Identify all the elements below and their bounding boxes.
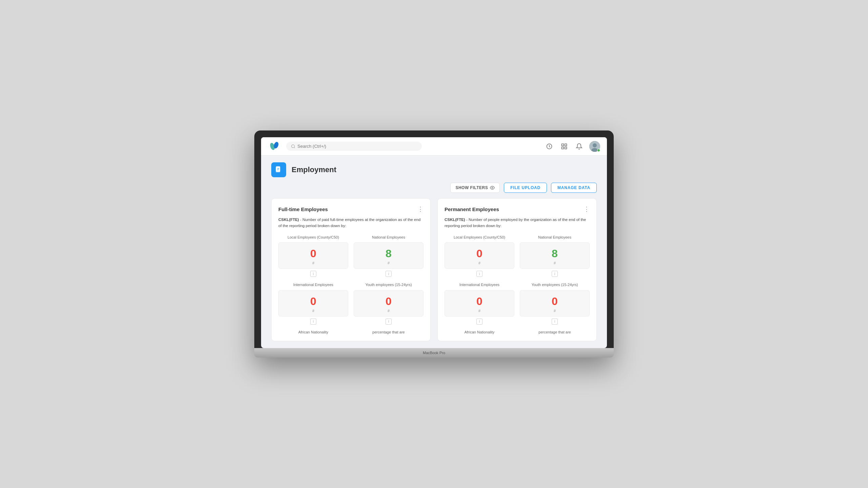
p-metric-box-national: 8 # xyxy=(520,242,590,269)
card-desc-text: - Number of paid full-time employees at … xyxy=(278,218,420,227)
info-icon: i xyxy=(310,319,316,325)
metric-value-national: 8 xyxy=(386,248,392,259)
p-metric-info-intl[interactable]: i xyxy=(476,319,482,325)
metric-value-international: 0 xyxy=(310,296,316,307)
card-header-2: Permanent Employees ⋮ xyxy=(445,205,590,213)
card-desc-text-2: - Number of people employed by the organ… xyxy=(445,218,586,227)
metric-group-youth: Youth employees (15-24yrs) 0 # i xyxy=(354,282,423,324)
manage-data-button[interactable]: MANAGE DATA xyxy=(551,183,597,193)
p-metric-unit-youth: # xyxy=(554,309,556,313)
metric-unit-international: # xyxy=(312,309,314,313)
page-header: Employment xyxy=(271,162,597,177)
card-title-2: Permanent Employees xyxy=(445,206,499,212)
p-metric-group-youth: Youth employees (15-24yrs) 0 # i xyxy=(520,282,590,324)
svg-line-3 xyxy=(294,147,295,148)
metrics-grid: Local Employees (County/C50) 0 # i Nat xyxy=(278,235,423,325)
card-menu-icon[interactable]: ⋮ xyxy=(417,205,423,213)
metric-unit-youth: # xyxy=(388,309,390,313)
laptop-base-label: MacBook Pro xyxy=(423,351,445,355)
partial-label-0: African Nationality xyxy=(278,330,348,334)
info-icon: i xyxy=(552,271,558,277)
metric-value-local: 0 xyxy=(310,248,316,259)
p-metric-label-international: International Employees xyxy=(459,282,499,287)
card-description-2: CSKL(FTE) - Number of people employed by… xyxy=(445,217,590,229)
p-metric-value-local: 0 xyxy=(476,248,482,259)
p-metric-unit-international: # xyxy=(478,309,480,313)
permanent-employees-card: Permanent Employees ⋮ CSKL(FTE) - Number… xyxy=(437,198,597,341)
p-metric-value-national: 8 xyxy=(552,248,558,259)
svg-point-10 xyxy=(593,143,597,147)
p-metric-value-international: 0 xyxy=(476,296,482,307)
info-icon: i xyxy=(476,319,482,325)
show-filters-label: SHOW FILTERS xyxy=(455,185,488,190)
cards-grid: Full-time Employees ⋮ CSKL(FTE) - Number… xyxy=(271,198,597,341)
card-title: Full-time Employees xyxy=(278,206,328,212)
metric-info-icon-intl[interactable]: i xyxy=(310,319,316,325)
metric-box-national: 8 # xyxy=(354,242,423,269)
toolbar: SHOW FILTERS FILE UPLOAD MANAGE DATA xyxy=(271,183,597,193)
filter-icon xyxy=(490,185,495,190)
p-metric-box-local: 0 # xyxy=(445,242,514,269)
app-logo xyxy=(268,140,281,153)
navbar xyxy=(261,137,607,156)
bell-icon[interactable] xyxy=(574,142,584,151)
svg-rect-8 xyxy=(565,147,567,149)
card-desc-prefix-2: CSKL(FTE) xyxy=(445,218,465,222)
card-desc-prefix: CSKL(FTE) xyxy=(278,218,299,222)
svg-rect-6 xyxy=(565,144,567,146)
avatar[interactable] xyxy=(589,141,600,152)
metric-box-youth: 0 # xyxy=(354,290,423,317)
metric-label-youth: Youth employees (15-24yrs) xyxy=(365,282,412,287)
navbar-actions xyxy=(545,141,600,152)
search-icon xyxy=(291,144,295,149)
info-icon: i xyxy=(310,271,316,277)
info-icon: i xyxy=(552,319,558,325)
file-upload-button[interactable]: FILE UPLOAD xyxy=(504,183,547,193)
p-metric-info-youth[interactable]: i xyxy=(552,319,558,325)
metric-info-icon-local[interactable]: i xyxy=(310,271,316,277)
metric-label-national: National Employees xyxy=(372,235,405,240)
p-partial-labels-row: African Nationality percentage that are xyxy=(445,330,590,334)
p-metric-label-youth: Youth employees (15-24yrs) xyxy=(531,282,578,287)
p-metric-group-national: National Employees 8 # i xyxy=(520,235,590,277)
p-metric-unit-national: # xyxy=(554,261,556,265)
clock-icon[interactable] xyxy=(545,142,554,151)
svg-point-2 xyxy=(292,145,295,148)
page-title: Employment xyxy=(292,165,336,174)
search-input[interactable] xyxy=(297,144,417,149)
metric-label-local: Local Employees (County/C50) xyxy=(288,235,339,240)
main-content: Employment SHOW FILTERS FILE UPLOAD MANA… xyxy=(261,156,607,348)
metric-info-icon-youth[interactable]: i xyxy=(386,319,392,325)
avatar-online-dot xyxy=(597,149,600,152)
metric-group-local: Local Employees (County/C50) 0 # i xyxy=(278,235,348,277)
p-metric-info-national[interactable]: i xyxy=(552,271,558,277)
laptop-frame: Employment SHOW FILTERS FILE UPLOAD MANA… xyxy=(254,130,614,357)
p-metric-info-local[interactable]: i xyxy=(476,271,482,277)
card-description: CSKL(FTE) - Number of paid full-time emp… xyxy=(278,217,423,229)
p-metric-box-international: 0 # xyxy=(445,290,514,317)
metric-info-icon-national[interactable]: i xyxy=(386,271,392,277)
card-header: Full-time Employees ⋮ xyxy=(278,205,423,213)
laptop-screen: Employment SHOW FILTERS FILE UPLOAD MANA… xyxy=(261,137,607,348)
metric-unit-local: # xyxy=(312,261,314,265)
p-metric-box-youth: 0 # xyxy=(520,290,590,317)
grid-icon[interactable] xyxy=(559,142,569,151)
metric-group-national: National Employees 8 # i xyxy=(354,235,423,277)
svg-rect-7 xyxy=(562,147,564,149)
p-metric-unit-local: # xyxy=(478,261,480,265)
metric-label-international: International Employees xyxy=(293,282,333,287)
p-metric-group-international: International Employees 0 # i xyxy=(445,282,514,324)
show-filters-button[interactable]: SHOW FILTERS xyxy=(450,183,500,193)
metric-box-local: 0 # xyxy=(278,242,348,269)
partial-labels-row: African Nationality percentage that are xyxy=(278,330,423,334)
page-icon xyxy=(271,162,286,177)
card-menu-icon-2[interactable]: ⋮ xyxy=(584,205,590,213)
partial-label-1: percentage that are xyxy=(354,330,423,334)
info-icon: i xyxy=(386,271,392,277)
metric-unit-national: # xyxy=(388,261,390,265)
metric-box-international: 0 # xyxy=(278,290,348,317)
p-partial-label-1: percentage that are xyxy=(520,330,590,334)
search-bar[interactable] xyxy=(286,142,422,151)
info-icon: i xyxy=(386,319,392,325)
metrics-grid-2: Local Employees (County/C50) 0 # i Nat xyxy=(445,235,590,325)
